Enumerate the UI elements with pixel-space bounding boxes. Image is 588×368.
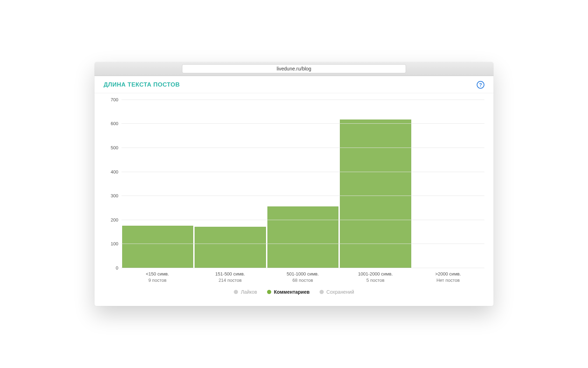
bar-slot [194,100,266,268]
x-tick-posts: 68 постов [266,277,339,284]
y-tick-label: 500 [104,145,118,150]
chart-area: 0100200300400500600700 <150 симв.9 посто… [94,93,493,306]
x-tick-posts: 9 постов [121,277,194,284]
bar[interactable] [195,227,266,268]
y-tick-label: 400 [104,169,118,174]
gridline [121,148,484,148]
x-tick-label: <150 симв.9 постов [121,268,194,284]
x-tick-label: >2000 симв.Нет постов [412,268,484,284]
legend-label: Комментариев [274,289,310,295]
y-tick-label: 700 [104,97,118,102]
chart-card: ДЛИНА ТЕКСТА ПОСТОВ ? 010020030040050060… [94,76,493,306]
legend-dot-icon [320,290,324,294]
legend: ЛайковКомментариевСохранений [104,284,484,302]
gridline [121,244,484,244]
gridline [121,123,484,124]
gridline [121,196,484,196]
x-tick-posts: 214 постов [194,277,267,284]
bars-container [121,100,484,268]
x-tick-range: 151-500 симв. [215,271,245,277]
x-tick-range: 501-1000 симв. [287,271,319,277]
legend-label: Сохранений [327,289,354,295]
x-tick-range: <150 симв. [146,271,169,277]
plot-grid [121,100,484,268]
bar-slot [121,100,194,268]
x-tick-label: 151-500 симв.214 постов [194,268,267,284]
y-tick-label: 0 [104,265,118,270]
gridline [121,100,484,100]
y-tick-label: 600 [104,121,118,126]
x-tick-range: >2000 симв. [435,271,461,277]
x-tick-posts: 5 постов [339,277,412,284]
y-tick-label: 100 [104,241,118,246]
legend-item[interactable]: Лайков [234,289,257,295]
x-tick-label: 501-1000 симв.68 постов [266,268,339,284]
y-axis: 0100200300400500600700 [104,100,121,268]
x-tick-label: 1001-2000 симв.5 постов [339,268,412,284]
legend-dot-icon [234,290,238,294]
bar[interactable] [267,206,338,268]
bar-slot [267,100,339,268]
bar-slot [412,100,484,268]
legend-item[interactable]: Комментариев [267,289,310,295]
x-tick-range: 1001-2000 симв. [358,271,393,277]
legend-label: Лайков [241,289,257,295]
help-icon-glyph: ? [479,82,482,88]
gridline [121,220,484,220]
help-icon[interactable]: ? [477,81,484,89]
url-field[interactable]: livedune.ru/blog [182,64,406,73]
x-axis: <150 симв.9 постов151-500 симв.214 посто… [121,268,484,284]
plot: 0100200300400500600700 [104,100,484,268]
gridline [121,268,484,268]
legend-dot-icon [267,290,271,294]
browser-toolbar: livedune.ru/blog [94,62,493,76]
bar[interactable] [340,120,411,268]
bar[interactable] [122,226,193,268]
x-tick-posts: Нет постов [412,277,484,284]
y-tick-label: 200 [104,217,118,222]
url-text: livedune.ru/blog [277,66,312,71]
y-tick-label: 300 [104,193,118,198]
legend-item[interactable]: Сохранений [320,289,354,295]
card-title: ДЛИНА ТЕКСТА ПОСТОВ [104,81,180,88]
gridline [121,172,484,172]
browser-window: livedune.ru/blog ДЛИНА ТЕКСТА ПОСТОВ ? 0… [94,62,493,306]
card-header: ДЛИНА ТЕКСТА ПОСТОВ ? [94,76,493,93]
bar-slot [339,100,412,268]
